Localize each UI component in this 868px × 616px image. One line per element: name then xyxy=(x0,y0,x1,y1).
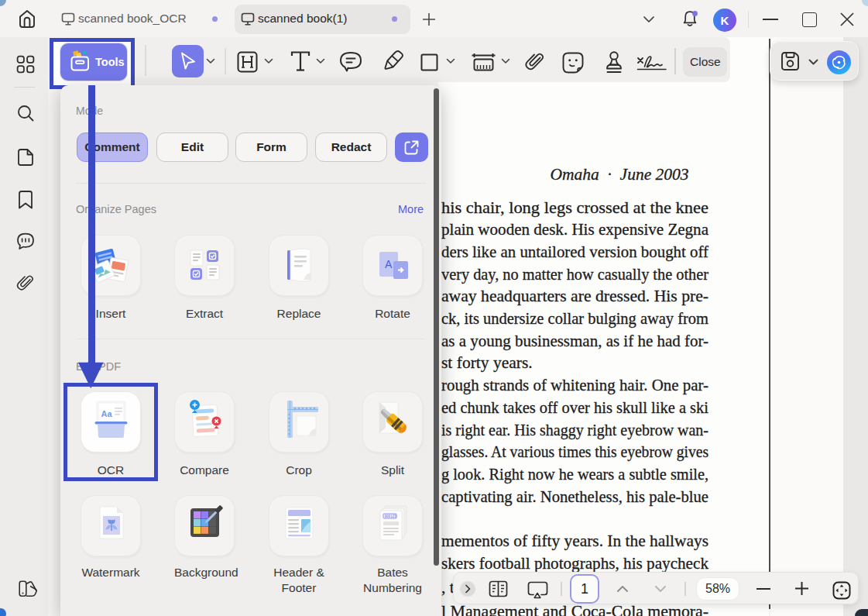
svg-text:A: A xyxy=(385,258,393,270)
svg-text:000123: 000123 xyxy=(385,514,397,518)
